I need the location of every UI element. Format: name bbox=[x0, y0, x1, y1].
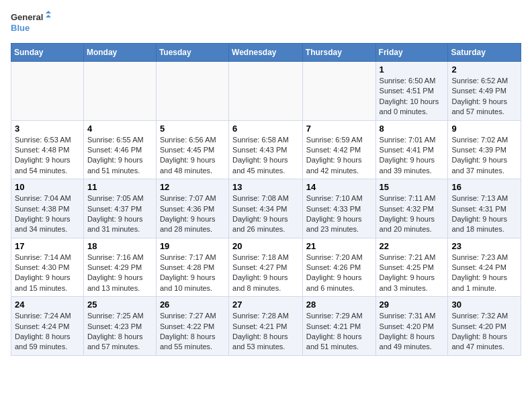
day-number: 8 bbox=[380, 124, 445, 134]
weekday-header: Wednesday bbox=[229, 44, 303, 62]
calendar-week-row: 10Sunrise: 7:04 AM Sunset: 4:38 PM Dayli… bbox=[11, 179, 521, 238]
day-detail: Sunrise: 7:07 AM Sunset: 4:36 PM Dayligh… bbox=[160, 193, 225, 235]
day-number: 4 bbox=[87, 124, 152, 134]
day-detail: Sunrise: 6:53 AM Sunset: 4:48 PM Dayligh… bbox=[15, 135, 80, 177]
calendar-cell: 18Sunrise: 7:16 AM Sunset: 4:29 PM Dayli… bbox=[83, 238, 156, 297]
day-number: 2 bbox=[451, 64, 517, 75]
day-number: 16 bbox=[451, 182, 517, 192]
day-number: 27 bbox=[232, 300, 299, 310]
day-number: 7 bbox=[306, 124, 372, 134]
day-detail: Sunrise: 7:11 AM Sunset: 4:32 PM Dayligh… bbox=[380, 193, 445, 235]
calendar-cell: 9Sunrise: 7:02 AM Sunset: 4:39 PM Daylig… bbox=[448, 120, 521, 179]
weekday-header: Monday bbox=[83, 44, 156, 62]
calendar-week-row: 17Sunrise: 7:14 AM Sunset: 4:30 PM Dayli… bbox=[11, 238, 521, 297]
calendar-cell: 24Sunrise: 7:24 AM Sunset: 4:24 PM Dayli… bbox=[11, 297, 84, 356]
day-number: 19 bbox=[160, 241, 225, 251]
day-number: 28 bbox=[306, 300, 372, 310]
calendar-cell bbox=[11, 62, 84, 121]
day-number: 20 bbox=[232, 241, 299, 251]
calendar-cell: 8Sunrise: 7:01 AM Sunset: 4:41 PM Daylig… bbox=[375, 120, 448, 179]
weekday-header: Tuesday bbox=[156, 44, 228, 62]
calendar-week-row: 3Sunrise: 6:53 AM Sunset: 4:48 PM Daylig… bbox=[11, 120, 521, 179]
calendar-cell: 16Sunrise: 7:13 AM Sunset: 4:31 PM Dayli… bbox=[448, 179, 521, 238]
day-number: 13 bbox=[232, 182, 299, 192]
svg-marker-2 bbox=[46, 11, 51, 13]
day-number: 26 bbox=[160, 300, 225, 310]
day-number: 29 bbox=[380, 300, 445, 310]
calendar-cell: 29Sunrise: 7:31 AM Sunset: 4:20 PM Dayli… bbox=[375, 297, 448, 356]
day-detail: Sunrise: 7:18 AM Sunset: 4:27 PM Dayligh… bbox=[232, 253, 299, 294]
calendar-cell: 6Sunrise: 6:58 AM Sunset: 4:43 PM Daylig… bbox=[229, 120, 303, 179]
weekday-header: Friday bbox=[375, 44, 448, 62]
calendar-cell: 14Sunrise: 7:10 AM Sunset: 4:33 PM Dayli… bbox=[302, 179, 375, 238]
day-detail: Sunrise: 7:04 AM Sunset: 4:38 PM Dayligh… bbox=[15, 193, 80, 235]
calendar-cell: 12Sunrise: 7:07 AM Sunset: 4:36 PM Dayli… bbox=[156, 179, 228, 238]
day-detail: Sunrise: 7:02 AM Sunset: 4:39 PM Dayligh… bbox=[451, 135, 517, 177]
day-detail: Sunrise: 7:01 AM Sunset: 4:41 PM Dayligh… bbox=[380, 135, 445, 177]
top-bar: General Blue bbox=[11, 11, 521, 38]
day-number: 23 bbox=[451, 241, 517, 251]
day-number: 6 bbox=[232, 124, 299, 134]
day-detail: Sunrise: 7:14 AM Sunset: 4:30 PM Dayligh… bbox=[15, 253, 80, 294]
day-detail: Sunrise: 7:10 AM Sunset: 4:33 PM Dayligh… bbox=[306, 193, 372, 235]
weekday-header-row: SundayMondayTuesdayWednesdayThursdayFrid… bbox=[11, 44, 521, 62]
logo: General Blue bbox=[11, 11, 51, 35]
day-detail: Sunrise: 7:13 AM Sunset: 4:31 PM Dayligh… bbox=[451, 193, 517, 235]
calendar-cell bbox=[83, 62, 156, 121]
calendar-cell: 4Sunrise: 6:55 AM Sunset: 4:46 PM Daylig… bbox=[83, 120, 156, 179]
day-number: 12 bbox=[160, 182, 225, 192]
calendar-cell: 5Sunrise: 6:56 AM Sunset: 4:45 PM Daylig… bbox=[156, 120, 228, 179]
calendar-cell: 2Sunrise: 6:52 AM Sunset: 4:49 PM Daylig… bbox=[448, 62, 521, 121]
weekday-header: Saturday bbox=[448, 44, 521, 62]
day-number: 17 bbox=[15, 241, 80, 251]
calendar-cell: 28Sunrise: 7:29 AM Sunset: 4:21 PM Dayli… bbox=[302, 297, 375, 356]
calendar-table: SundayMondayTuesdayWednesdayThursdayFrid… bbox=[11, 43, 521, 356]
day-detail: Sunrise: 7:31 AM Sunset: 4:20 PM Dayligh… bbox=[380, 311, 445, 353]
day-detail: Sunrise: 7:08 AM Sunset: 4:34 PM Dayligh… bbox=[232, 193, 299, 235]
day-number: 25 bbox=[87, 300, 152, 310]
calendar-cell: 19Sunrise: 7:17 AM Sunset: 4:28 PM Dayli… bbox=[156, 238, 228, 297]
weekday-header: Thursday bbox=[302, 44, 375, 62]
svg-text:General: General bbox=[11, 12, 43, 22]
day-number: 9 bbox=[451, 124, 517, 134]
day-number: 3 bbox=[15, 124, 80, 134]
day-detail: Sunrise: 6:58 AM Sunset: 4:43 PM Dayligh… bbox=[232, 135, 299, 177]
day-detail: Sunrise: 7:24 AM Sunset: 4:24 PM Dayligh… bbox=[15, 311, 80, 353]
calendar-cell: 11Sunrise: 7:05 AM Sunset: 4:37 PM Dayli… bbox=[83, 179, 156, 238]
day-detail: Sunrise: 7:21 AM Sunset: 4:25 PM Dayligh… bbox=[380, 253, 445, 294]
calendar-cell: 17Sunrise: 7:14 AM Sunset: 4:30 PM Dayli… bbox=[11, 238, 84, 297]
calendar-cell: 21Sunrise: 7:20 AM Sunset: 4:26 PM Dayli… bbox=[302, 238, 375, 297]
calendar-cell: 7Sunrise: 6:59 AM Sunset: 4:42 PM Daylig… bbox=[302, 120, 375, 179]
calendar-cell: 23Sunrise: 7:23 AM Sunset: 4:24 PM Dayli… bbox=[448, 238, 521, 297]
day-detail: Sunrise: 6:50 AM Sunset: 4:51 PM Dayligh… bbox=[380, 76, 445, 118]
day-number: 18 bbox=[87, 241, 152, 251]
day-detail: Sunrise: 7:25 AM Sunset: 4:23 PM Dayligh… bbox=[87, 311, 152, 353]
calendar-week-row: 1Sunrise: 6:50 AM Sunset: 4:51 PM Daylig… bbox=[11, 62, 521, 121]
calendar-cell: 13Sunrise: 7:08 AM Sunset: 4:34 PM Dayli… bbox=[229, 179, 303, 238]
day-detail: Sunrise: 6:56 AM Sunset: 4:45 PM Dayligh… bbox=[160, 135, 225, 177]
day-number: 30 bbox=[451, 300, 517, 310]
day-detail: Sunrise: 7:20 AM Sunset: 4:26 PM Dayligh… bbox=[306, 253, 372, 294]
calendar-cell: 1Sunrise: 6:50 AM Sunset: 4:51 PM Daylig… bbox=[375, 62, 448, 121]
calendar-cell: 10Sunrise: 7:04 AM Sunset: 4:38 PM Dayli… bbox=[11, 179, 84, 238]
calendar-cell bbox=[229, 62, 303, 121]
day-detail: Sunrise: 7:16 AM Sunset: 4:29 PM Dayligh… bbox=[87, 253, 152, 294]
day-detail: Sunrise: 7:17 AM Sunset: 4:28 PM Dayligh… bbox=[160, 253, 225, 294]
day-number: 15 bbox=[380, 182, 445, 192]
day-number: 14 bbox=[306, 182, 372, 192]
day-number: 21 bbox=[306, 241, 372, 251]
day-detail: Sunrise: 6:52 AM Sunset: 4:49 PM Dayligh… bbox=[451, 76, 517, 118]
svg-text:Blue: Blue bbox=[11, 23, 30, 33]
day-number: 11 bbox=[87, 182, 152, 192]
day-detail: Sunrise: 7:23 AM Sunset: 4:24 PM Dayligh… bbox=[451, 253, 517, 294]
calendar-week-row: 24Sunrise: 7:24 AM Sunset: 4:24 PM Dayli… bbox=[11, 297, 521, 356]
calendar-cell: 3Sunrise: 6:53 AM Sunset: 4:48 PM Daylig… bbox=[11, 120, 84, 179]
day-detail: Sunrise: 6:59 AM Sunset: 4:42 PM Dayligh… bbox=[306, 135, 372, 177]
calendar-cell: 27Sunrise: 7:28 AM Sunset: 4:21 PM Dayli… bbox=[229, 297, 303, 356]
day-number: 10 bbox=[15, 182, 80, 192]
day-detail: Sunrise: 6:55 AM Sunset: 4:46 PM Dayligh… bbox=[87, 135, 152, 177]
weekday-header: Sunday bbox=[11, 44, 84, 62]
calendar-cell: 30Sunrise: 7:32 AM Sunset: 4:20 PM Dayli… bbox=[448, 297, 521, 356]
calendar-cell: 20Sunrise: 7:18 AM Sunset: 4:27 PM Dayli… bbox=[229, 238, 303, 297]
day-number: 22 bbox=[380, 241, 445, 251]
